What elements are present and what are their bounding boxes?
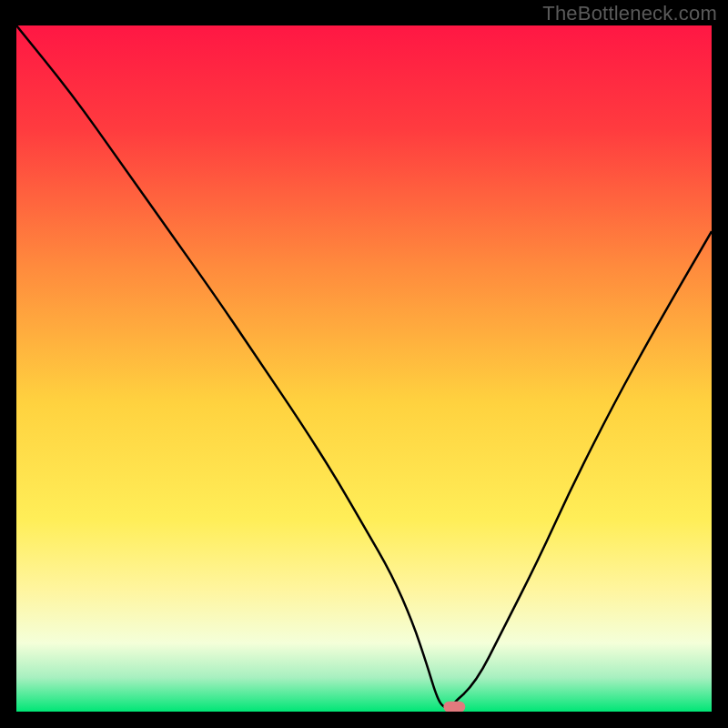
- gradient-background: [16, 25, 712, 712]
- watermark-text: TheBottleneck.com: [542, 2, 717, 25]
- plot-area: [16, 25, 712, 712]
- bottleneck-chart: [16, 25, 712, 712]
- optimal-marker: [443, 702, 465, 712]
- chart-frame: TheBottleneck.com: [0, 0, 728, 728]
